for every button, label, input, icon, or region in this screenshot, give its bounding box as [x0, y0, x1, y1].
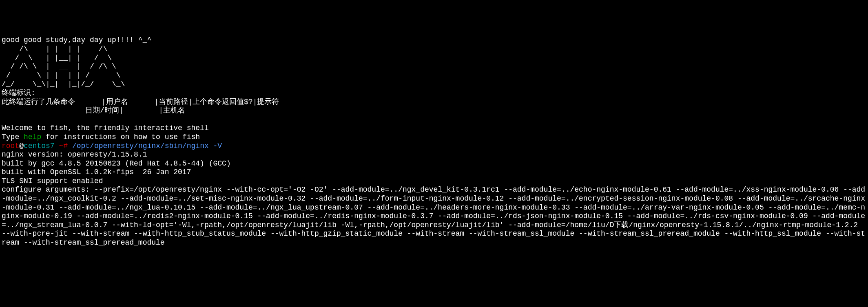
- info-line-1: 此终端运行了几条命令 |用户名 |当前路径|上个命令返回值$?|提示符: [2, 98, 279, 106]
- prompt-separator: ~#: [55, 142, 72, 150]
- fish-welcome-line1: Welcome to fish, the friendly interactiv…: [2, 124, 209, 132]
- prompt-user: root: [2, 142, 19, 150]
- help-command: help: [24, 133, 41, 141]
- info-line-2: 日期/时间| |主机名: [2, 106, 185, 115]
- output-configure: configure arguments: --prefix=/opt/openr…: [2, 186, 865, 247]
- output-built-by: built by gcc 4.8.5 20150623 (Red Hat 4.8…: [2, 159, 231, 168]
- prompt-command[interactable]: /opt/openresty/nginx/sbin/nginx -V: [72, 142, 222, 150]
- fish-welcome-line2-prefix: Type: [2, 133, 24, 141]
- prompt-at: @: [19, 142, 24, 150]
- prompt-host: centos7: [24, 142, 55, 150]
- terminal-output[interactable]: good good study,day day up!!!! ^_^ /\ | …: [2, 36, 866, 247]
- ascii-art-logo: /\ | | | | /\ / \ | |__| | / \ / /\ \ | …: [2, 45, 125, 88]
- fish-welcome-line2-suffix: for instructions on how to use fish: [41, 133, 200, 141]
- output-tls: TLS SNI support enabled: [2, 177, 103, 185]
- output-openssl: built with OpenSSL 1.0.2k-fips 26 Jan 20…: [2, 168, 191, 176]
- output-version: nginx version: openresty/1.15.8.1: [2, 150, 147, 159]
- motd-line1: good good study,day day up!!!! ^_^: [2, 36, 151, 44]
- terminal-label: 终端标识:: [2, 89, 35, 97]
